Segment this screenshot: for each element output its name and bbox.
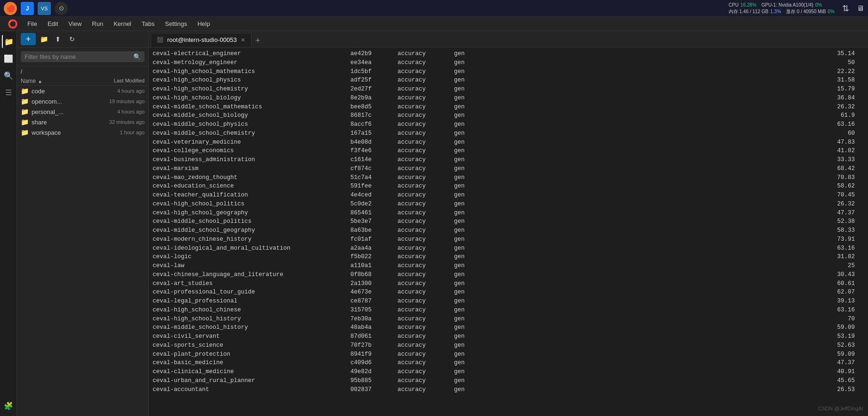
table-row: ceval-marxismcf874caccuracygen68.42 <box>153 164 864 173</box>
mem-label: 内存 1.46 / 112 GB <box>729 8 769 15</box>
menu-item-settings[interactable]: Settings <box>160 18 192 29</box>
folder-icon: 📁 <box>21 118 29 126</box>
folder-icon: 📁 <box>21 108 29 115</box>
cpu-value: 16.28% <box>740 2 756 8</box>
watermark: CSDN @JeffDingAI <box>818 406 863 411</box>
mem-value: 1.3% <box>770 8 781 15</box>
table-row: ceval-high_school_politics5c0de2accuracy… <box>153 200 864 209</box>
system-bar-left: 🔴 J VS ⊙ <box>4 2 68 15</box>
menu-item-view[interactable]: View <box>64 18 86 29</box>
file-modified-time: 19 minutes ago <box>109 98 145 104</box>
cpu-stats: CPU 16.28% GPU-1: Nvidia A100(1/4) 0% 内存… <box>729 2 835 15</box>
vram-value: 0% <box>828 8 835 15</box>
file-item[interactable]: 📁 opencom... 19 minutes ago <box>17 96 148 106</box>
table-row: ceval-middle_school_history48ab4aaccurac… <box>153 323 864 332</box>
table-row: ceval-college_economicsf3f4e6accuracygen… <box>153 147 864 155</box>
new-launcher-button[interactable]: + <box>21 33 36 45</box>
activity-extensions-icon[interactable]: 🧩 <box>2 399 15 412</box>
menu-item-help[interactable]: Help <box>193 18 215 29</box>
vram-label: 显存 0 / 40950 MiB <box>786 8 826 15</box>
cpu-label: CPU <box>729 2 738 8</box>
jupyter-logo: ⭕ <box>4 19 22 29</box>
gpu-value: 0% <box>815 2 822 8</box>
upload-button[interactable]: ⬆ <box>52 33 64 45</box>
table-row: ceval-urban_and_rural_planner95b885accur… <box>153 376 864 385</box>
refresh-button[interactable]: ↻ <box>66 33 78 45</box>
activity-running-icon[interactable]: ⬜ <box>2 52 15 65</box>
new-folder-button[interactable]: 📁 <box>38 33 50 45</box>
search-box[interactable]: 🔍 <box>21 51 145 62</box>
table-row: ceval-middle_school_politics5be3e7accura… <box>153 217 864 226</box>
table-row: ceval-high_school_chinese315705accuracyg… <box>153 306 864 315</box>
menu-item-edit[interactable]: Edit <box>43 18 63 29</box>
table-row: ceval-logicf5b022accuracygen31.82 <box>153 253 864 261</box>
system-bar: 🔴 J VS ⊙ CPU 16.28% GPU-1: Nvidia A100(1… <box>0 0 868 17</box>
app-icon-4[interactable]: ⊙ <box>55 2 68 15</box>
table-row: ceval-middle_school_geography8a63beaccur… <box>153 226 864 235</box>
app-icon-2[interactable]: J <box>21 2 34 15</box>
name-column-header: Name ▲ <box>21 78 88 84</box>
terminal-body[interactable]: ceval-electrical_engineerae42b9accuracyg… <box>149 48 868 416</box>
file-item[interactable]: 📁 code 4 hours ago <box>17 86 148 96</box>
table-row: ceval-middle_school_physics8accf6accurac… <box>153 120 864 129</box>
terminal-content: ⬛ root@intern-studio-00053 ✕ + ceval-ele… <box>149 31 868 416</box>
system-tray-icon1[interactable]: ⇅ <box>842 3 849 14</box>
table-row: ceval-high_school_geography865461accurac… <box>153 209 864 218</box>
table-row: ceval-education_science591feeaccuracygen… <box>153 182 864 191</box>
add-tab-button[interactable]: + <box>251 34 265 47</box>
table-row: ceval-high_school_biology8e2b9aaccuracyg… <box>153 94 864 103</box>
file-modified-time: 32 minutes ago <box>109 119 145 125</box>
table-row: ceval-high_school_mathematics1dc5bfaccur… <box>153 67 864 76</box>
menu-item-kernel[interactable]: Kernel <box>109 18 136 29</box>
table-row: ceval-chinese_language_and_literature0f8… <box>153 270 864 279</box>
table-row: ceval-lawa110a1accuracygen25 <box>153 261 864 270</box>
system-tray-icon2[interactable]: 🖥 <box>857 4 864 13</box>
menu-item-run[interactable]: Run <box>87 18 108 29</box>
search-icon: 🔍 <box>133 53 141 60</box>
activity-bar: 📁 ⬜ 🔍 ☰ 🧩 <box>0 31 17 416</box>
tab-bar: ⬛ root@intern-studio-00053 ✕ + <box>149 31 868 48</box>
file-item[interactable]: 📁 personal_... 4 hours ago <box>17 106 148 117</box>
app-icon-1[interactable]: 🔴 <box>4 2 17 15</box>
app-icon-3[interactable]: VS <box>38 2 51 15</box>
file-name: code <box>32 88 117 95</box>
tab-close-button[interactable]: ✕ <box>241 37 245 43</box>
file-item[interactable]: 📁 share 32 minutes ago <box>17 117 148 127</box>
activity-files-icon[interactable]: 📁 <box>2 35 15 48</box>
table-row: ceval-high_school_history7eb30aaccuracyg… <box>153 315 864 324</box>
folder-icon: 📁 <box>21 87 29 95</box>
table-row: ceval-modern_chinese_historyfc01afaccura… <box>153 235 864 244</box>
table-row: ceval-mao_zedong_thought51c7a4accuracyge… <box>153 173 864 182</box>
file-modified-time: 4 hours ago <box>117 109 145 114</box>
file-item[interactable]: 📁 workspace 1 hour ago <box>17 127 148 138</box>
search-input[interactable] <box>24 53 130 60</box>
gpu-label: GPU-1: Nvidia A100(1/4) <box>762 2 813 8</box>
table-row: ceval-middle_school_chemistry167a15accur… <box>153 129 864 138</box>
sidebar: + 📁 ⬆ ↻ 🔍 / Name ▲ Last Modified � <box>17 31 149 416</box>
file-list: 📁 code 4 hours ago 📁 opencom... 19 minut… <box>17 86 148 416</box>
table-row: ceval-civil_servant87d061accuracygen53.1… <box>153 332 864 341</box>
file-name: personal_... <box>32 108 117 115</box>
table-row: ceval-business_administrationc1614eaccur… <box>153 155 864 164</box>
menu-item-tabs[interactable]: Tabs <box>137 18 159 29</box>
folder-icon: 📁 <box>21 98 29 105</box>
modified-column-header: Last Modified <box>88 78 145 84</box>
activity-commands-icon[interactable]: 🔍 <box>2 69 15 82</box>
table-row: ceval-basic_medicinec409d6accuracygen47.… <box>153 359 864 367</box>
activity-tabs-icon[interactable]: ☰ <box>2 86 15 99</box>
table-row: ceval-high_school_physicsadf25faccuracyg… <box>153 76 864 85</box>
menu-items: FileEditViewRunKernelTabsSettingsHelp <box>23 18 215 29</box>
menu-item-file[interactable]: File <box>23 18 42 29</box>
table-row: ceval-electrical_engineerae42b9accuracyg… <box>153 49 864 58</box>
folder-icon: 📁 <box>21 129 29 136</box>
table-row: ceval-metrology_engineeree34eaaccuracyge… <box>153 58 864 67</box>
menu-bar: ⭕ FileEditViewRunKernelTabsSettingsHelp <box>0 17 868 31</box>
table-row: ceval-legal_professionalce8787accuracyge… <box>153 297 864 306</box>
system-bar-right: CPU 16.28% GPU-1: Nvidia A100(1/4) 0% 内存… <box>729 2 864 15</box>
breadcrumb: / <box>17 66 148 77</box>
file-table-header[interactable]: Name ▲ Last Modified <box>17 77 148 86</box>
table-row: ceval-middle_school_biology86817caccurac… <box>153 111 864 120</box>
terminal-tab[interactable]: ⬛ root@intern-studio-00053 ✕ <box>151 33 251 47</box>
table-row: ceval-sports_science70f27baccuracygen52.… <box>153 341 864 350</box>
file-modified-time: 1 hour ago <box>120 130 145 135</box>
